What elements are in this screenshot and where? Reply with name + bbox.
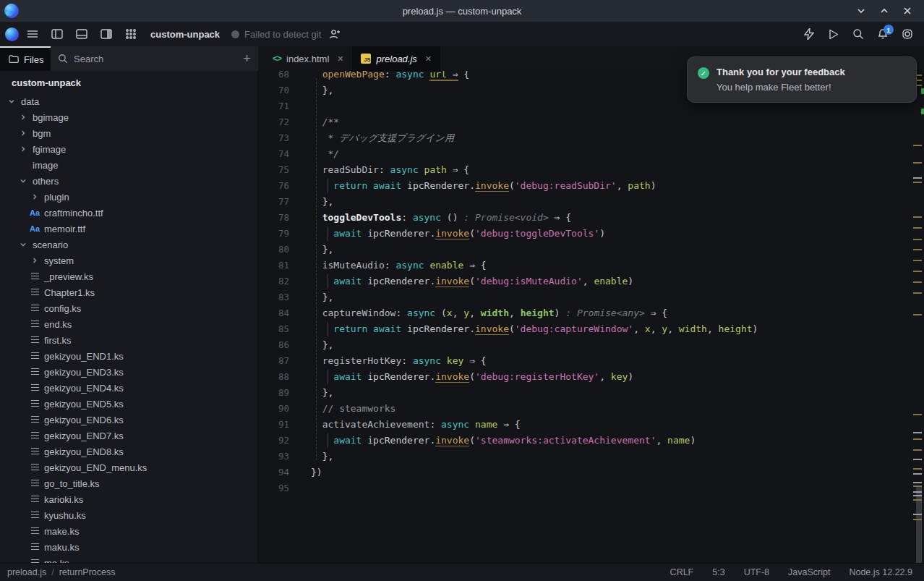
tree-file-go_to_title.ks[interactable]: go_to_title.ks bbox=[0, 475, 257, 491]
tree-root-label[interactable]: custom-unpack bbox=[0, 71, 257, 93]
tree-file-craftmincho.ttf[interactable]: Aacraftmincho.ttf bbox=[0, 205, 257, 221]
code-line[interactable]: 91 activateAchievement: async name ⇒ { bbox=[258, 417, 924, 433]
breadcrumb-symbol[interactable]: returnProcess bbox=[59, 567, 116, 577]
tree-file-me.ks[interactable]: me.ks bbox=[0, 555, 257, 563]
status-item[interactable]: CRLF bbox=[670, 567, 694, 577]
notification-popup[interactable]: ✓ Thank you for your feedback You help m… bbox=[687, 56, 917, 103]
chevron-down-icon[interactable] bbox=[17, 241, 29, 248]
tree-file-_preview.ks[interactable]: _preview.ks bbox=[0, 268, 257, 284]
code-line[interactable]: 94}) bbox=[258, 465, 924, 480]
code-line[interactable]: 80 }, bbox=[258, 242, 924, 258]
code-line[interactable]: 78 toggleDevTools: async () : Promise<vo… bbox=[258, 210, 924, 226]
code-line[interactable]: 74 */ bbox=[258, 146, 924, 162]
code-line[interactable]: 73 * デバッグ支援プラグイン用 bbox=[258, 130, 924, 146]
tree-file-gekizyou_END4.ks[interactable]: gekizyou_END4.ks bbox=[0, 380, 257, 396]
tree-folder-data[interactable]: data bbox=[0, 93, 257, 109]
code-line[interactable]: 93 }, bbox=[258, 449, 924, 465]
tree-file-gekizyou_END7.ks[interactable]: gekizyou_END7.ks bbox=[0, 428, 257, 444]
tree-file-karioki.ks[interactable]: karioki.ks bbox=[0, 491, 257, 507]
tree-file-gekizyou_END3.ks[interactable]: gekizyou_END3.ks bbox=[0, 364, 257, 380]
chevron-down-icon[interactable] bbox=[6, 98, 17, 105]
toggle-left-panel-icon[interactable] bbox=[46, 24, 68, 44]
tree-file-gekizyou_END1.ks[interactable]: gekizyou_END1.ks bbox=[0, 348, 257, 364]
window-minimize-button[interactable] bbox=[853, 3, 869, 19]
status-item[interactable]: JavaScript bbox=[788, 567, 830, 577]
code-line[interactable]: 82 await ipcRenderer.invoke('debug:isMut… bbox=[258, 273, 924, 289]
chevron-right-icon[interactable] bbox=[29, 257, 40, 264]
toggle-right-panel-icon[interactable] bbox=[95, 24, 117, 44]
tree-folder-system[interactable]: system bbox=[0, 253, 257, 268]
tree-file-end.ks[interactable]: end.ks bbox=[0, 316, 257, 332]
tab-files[interactable]: Files bbox=[0, 46, 51, 71]
notifications-bell-icon[interactable]: 1 bbox=[872, 24, 894, 44]
tree-folder-bgm[interactable]: bgm bbox=[0, 125, 257, 141]
code-line[interactable]: 83 }, bbox=[258, 289, 924, 305]
tree-file-first.ks[interactable]: first.ks bbox=[0, 332, 257, 348]
add-tool-plus-icon[interactable]: + bbox=[243, 51, 251, 67]
status-item[interactable]: 5:3 bbox=[712, 567, 724, 577]
tree-folder-others[interactable]: others bbox=[0, 173, 257, 189]
breadcrumb-file[interactable]: preload.js bbox=[7, 567, 46, 577]
tree-file-gekizyou_END5.ks[interactable]: gekizyou_END5.ks bbox=[0, 396, 257, 412]
tree-file-gekizyou_END_menu.ks[interactable]: gekizyou_END_menu.ks bbox=[0, 459, 257, 475]
chevron-right-icon[interactable] bbox=[17, 114, 29, 121]
settings-gear-icon[interactable] bbox=[897, 24, 918, 44]
run-button[interactable] bbox=[823, 24, 844, 44]
chevron-right-icon[interactable] bbox=[17, 145, 29, 153]
toggle-bottom-panel-icon[interactable] bbox=[71, 24, 93, 44]
tab-index-html[interactable]: <> index.html ✕ bbox=[264, 46, 352, 71]
git-status[interactable]: Failed to detect git bbox=[231, 29, 321, 40]
search-everywhere-icon[interactable] bbox=[847, 24, 869, 44]
breadcrumb[interactable]: preload.js / returnProcess bbox=[0, 567, 116, 577]
project-name[interactable]: custom-unpack bbox=[150, 29, 220, 40]
tree-item-label: bgm bbox=[33, 128, 51, 139]
code-line[interactable]: 84 captureWindow: async (x, y, width, he… bbox=[258, 305, 924, 321]
code-editor[interactable]: 68 openWebPage: async url ⇒ {70 },7172 /… bbox=[258, 71, 924, 563]
code-line[interactable]: 95 bbox=[258, 480, 924, 496]
tree-folder-plugin[interactable]: plugin bbox=[0, 189, 257, 205]
tree-file-maku.ks[interactable]: maku.ks bbox=[0, 539, 257, 555]
tree-file-Chapter1.ks[interactable]: Chapter1.ks bbox=[0, 284, 257, 300]
code-line[interactable]: 87 registerHotKey: async key ⇒ { bbox=[258, 353, 924, 369]
tree-folder-image[interactable]: image bbox=[0, 157, 257, 173]
tab-preload-js[interactable]: JS preload.js ✕ bbox=[352, 46, 440, 71]
code-line[interactable]: 81 isMuteAudio: async enable ⇒ { bbox=[258, 258, 924, 273]
tree-file-gekizyou_END8.ks[interactable]: gekizyou_END8.ks bbox=[0, 444, 257, 459]
status-item[interactable]: Node.js 12.22.9 bbox=[849, 567, 912, 577]
tree-folder-scenario[interactable]: scenario bbox=[0, 237, 257, 253]
code-line[interactable]: 85 return await ipcRenderer.invoke('debu… bbox=[258, 321, 924, 337]
tree-file-make.ks[interactable]: make.ks bbox=[0, 523, 257, 539]
window-maximize-button[interactable] bbox=[876, 3, 892, 19]
code-line[interactable]: 90 // steamworks bbox=[258, 401, 924, 417]
tree-file-memoir.ttf[interactable]: Aamemoir.ttf bbox=[0, 221, 257, 237]
scrollbar-marks[interactable] bbox=[912, 71, 924, 563]
search-input[interactable]: Search + bbox=[51, 46, 258, 71]
code-line[interactable]: 72 /** bbox=[258, 114, 924, 130]
tree-folder-bgimage[interactable]: bgimage bbox=[0, 109, 257, 125]
code-line[interactable]: 77 }, bbox=[258, 194, 924, 210]
code-line[interactable]: 75 readSubDir: async path ⇒ { bbox=[258, 162, 924, 178]
chevron-down-icon[interactable] bbox=[17, 177, 29, 185]
tree-file-config.ks[interactable]: config.ks bbox=[0, 300, 257, 316]
code-line[interactable]: 79 await ipcRenderer.invoke('debug:toggl… bbox=[258, 226, 924, 242]
tree-file-kyushu.ks[interactable]: kyushu.ks bbox=[0, 507, 257, 523]
code-line[interactable]: 86 }, bbox=[258, 337, 924, 353]
tree-file-gekizyou_END6.ks[interactable]: gekizyou_END6.ks bbox=[0, 412, 257, 428]
window-close-button[interactable] bbox=[899, 3, 915, 19]
code-line[interactable]: 88 await ipcRenderer.invoke('debug:regis… bbox=[258, 369, 924, 385]
code-line[interactable]: 92 await ipcRenderer.invoke('steamworks:… bbox=[258, 433, 924, 449]
scrollbar-thumb[interactable] bbox=[916, 485, 922, 563]
code-line[interactable]: 89 }, bbox=[258, 385, 924, 401]
fleet-app-icon[interactable] bbox=[5, 27, 19, 41]
close-tab-icon[interactable]: ✕ bbox=[337, 54, 343, 64]
code-line[interactable]: 76 return await ipcRenderer.invoke('debu… bbox=[258, 178, 924, 194]
tree-folder-fgimage[interactable]: fgimage bbox=[0, 141, 257, 157]
chevron-right-icon[interactable] bbox=[29, 193, 40, 200]
chevron-right-icon[interactable] bbox=[17, 130, 29, 137]
close-tab-icon[interactable]: ✕ bbox=[425, 54, 432, 64]
smart-mode-lightning-icon[interactable] bbox=[798, 24, 820, 44]
hamburger-menu-icon[interactable] bbox=[22, 24, 43, 44]
workspace-grid-icon[interactable] bbox=[120, 24, 142, 44]
status-item[interactable]: UTF-8 bbox=[744, 567, 769, 577]
add-collaborator-icon[interactable] bbox=[324, 24, 346, 44]
